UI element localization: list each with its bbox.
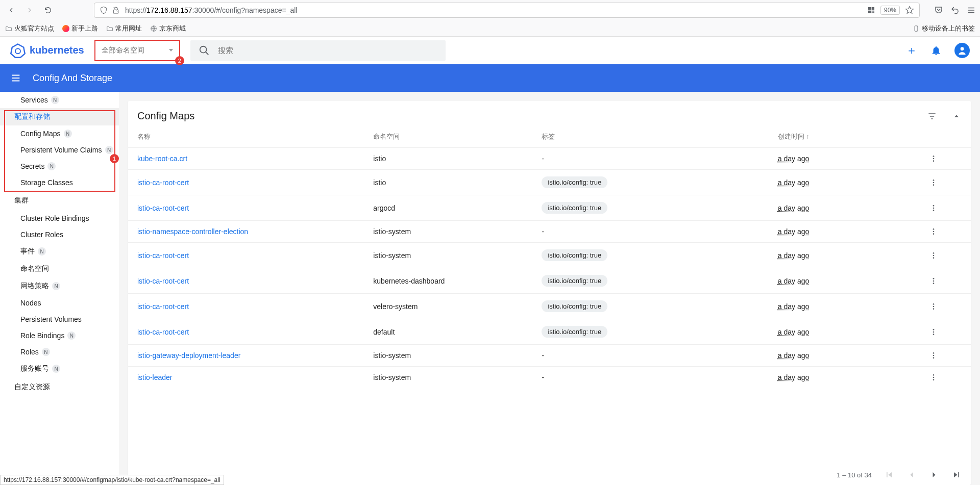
sidebar-item-configmaps[interactable]: Config MapsN [0,125,119,142]
sidebar-item-config-storage[interactable]: 配置和存储 [0,108,119,125]
shield-icon [100,6,108,14]
row-menu-button[interactable] [920,221,971,243]
resource-link[interactable]: istio-leader [137,373,172,381]
user-avatar[interactable] [954,43,970,58]
url-bar[interactable]: https://172.16.88.157:30000/#/config?nam… [94,3,920,18]
col-labels[interactable]: 标签 [532,126,768,148]
first-page-button[interactable] [884,470,894,480]
card-title: Config Maps [137,110,194,122]
prev-page-button[interactable] [906,470,917,480]
notifications-icon[interactable] [930,44,942,57]
sidebar-item-namespaces[interactable]: 命名空间 [0,260,119,277]
label-chip: istio.io/config: true [542,300,607,312]
sidebar-item-services[interactable]: ServicesN [0,92,119,108]
app-menu-icon[interactable] [967,6,976,15]
kubernetes-logo[interactable]: kubernetes [10,43,84,58]
col-name[interactable]: 名称 [128,126,364,148]
svg-point-27 [933,329,935,330]
sidebar-item-cr[interactable]: Cluster Roles [0,226,119,243]
namespace-badge: N [67,331,76,340]
sidebar-section-cluster[interactable]: 集群 [0,191,119,210]
mobile-bookmarks[interactable]: 移动设备上的书签 [913,24,975,33]
row-menu-button[interactable] [920,319,971,345]
search-box[interactable] [190,40,446,61]
svg-point-3 [15,48,20,54]
create-button[interactable]: ＋ [905,44,918,57]
search-input[interactable] [218,46,437,55]
sidebar-item-crb[interactable]: Cluster Role Bindings [0,210,119,226]
bookmark-item[interactable]: 火狐官方站点 [5,24,54,33]
resource-link[interactable]: istio-ca-root-cert [137,277,189,285]
row-menu-button[interactable] [920,170,971,195]
row-menu-button[interactable] [920,294,971,319]
bookmark-star-icon[interactable] [905,6,914,15]
namespace-badge: N [38,247,46,256]
sidebar-item-storageclasses[interactable]: Storage Classes [0,174,119,191]
menu-toggle[interactable] [10,72,22,84]
cell-name: istio-gateway-deployment-leader [128,345,364,367]
resource-link[interactable]: istio-ca-root-cert [137,204,189,212]
filter-icon[interactable] [927,111,937,121]
content-area: Config Maps 名称 命名空间 标签 创建时间 ↑ kube-root-… [119,92,980,485]
status-bar: https://172.16.88.157:30000/#/configmap/… [0,475,224,485]
bookmark-bar: 火狐官方站点 新手上路 常用网址 京东商城 移动设备上的书签 [0,20,980,37]
cell-name: istio-ca-root-cert [128,319,364,345]
cell-labels: - [532,148,768,170]
back-button[interactable] [4,3,18,17]
sidebar-item-pv[interactable]: Persistent Volumes [0,311,119,327]
undo-icon[interactable] [950,6,960,15]
cell-namespace: default [364,319,532,345]
pocket-icon[interactable] [934,6,943,15]
resource-link[interactable]: istio-gateway-deployment-leader [137,351,240,360]
col-created[interactable]: 创建时间 ↑ [769,126,920,148]
last-page-button[interactable] [951,470,962,480]
row-menu-button[interactable] [920,148,971,170]
mobile-icon [913,25,920,32]
configmaps-table: 名称 命名空间 标签 创建时间 ↑ kube-root-ca.crtistio-… [128,126,971,388]
sidebar-item-sa[interactable]: 服务账号N [0,360,119,377]
collapse-icon[interactable] [951,111,962,121]
namespace-selector[interactable]: 全部命名空间 2 [94,40,180,61]
cell-created: a day ago [769,367,920,389]
sidebar-item-secrets[interactable]: SecretsN [0,158,119,174]
col-namespace[interactable]: 命名空间 [364,126,532,148]
cell-name: istio-ca-root-cert [128,268,364,294]
bookmark-item[interactable]: 常用网址 [106,24,142,33]
next-page-button[interactable] [929,470,939,480]
resource-link[interactable]: kube-root-ca.crt [137,155,187,163]
reload-button[interactable] [41,3,55,17]
row-menu-button[interactable] [920,243,971,268]
sidebar-item-rb[interactable]: Role BindingsN [0,327,119,344]
row-menu-button[interactable] [920,268,971,294]
svg-point-21 [933,278,935,279]
qr-icon[interactable] [867,6,875,14]
row-menu-button[interactable] [920,367,971,389]
zoom-level[interactable]: 90% [880,6,900,15]
resource-link[interactable]: istio-ca-root-cert [137,251,189,260]
table-row: istio-ca-root-certvelero-systemistio.io/… [128,294,971,319]
bookmark-item[interactable]: 新手上路 [62,24,98,33]
sidebar-item-netpol[interactable]: 网络策略N [0,277,119,295]
row-menu-button[interactable] [920,195,971,221]
resource-link[interactable]: istio-ca-root-cert [137,328,189,336]
sidebar-item-nodes[interactable]: Nodes [0,295,119,311]
table-row: istio-ca-root-certargocdistio.io/config:… [128,195,971,221]
globe-icon [150,25,157,32]
label-chip: istio.io/config: true [542,275,607,287]
resource-link[interactable]: istio-ca-root-cert [137,178,189,187]
label-chip: istio.io/config: true [542,176,607,188]
forward-button[interactable] [22,3,37,17]
sidebar-item-roles[interactable]: RolesN [0,344,119,360]
resource-link[interactable]: istio-ca-root-cert [137,302,189,311]
svg-marker-2 [11,44,25,57]
label-chip: istio.io/config: true [542,249,607,261]
sidebar-item-events[interactable]: 事件N [0,243,119,260]
svg-point-19 [933,254,935,256]
sidebar-section-crd[interactable]: 自定义资源 [0,377,119,397]
row-menu-button[interactable] [920,345,971,367]
bookmark-item[interactable]: 京东商城 [150,24,186,33]
cell-created: a day ago [769,268,920,294]
cell-namespace: istio-system [364,243,532,268]
resource-link[interactable]: istio-namespace-controller-election [137,227,248,236]
sidebar-item-pvc[interactable]: Persistent Volume ClaimsN [0,142,119,158]
